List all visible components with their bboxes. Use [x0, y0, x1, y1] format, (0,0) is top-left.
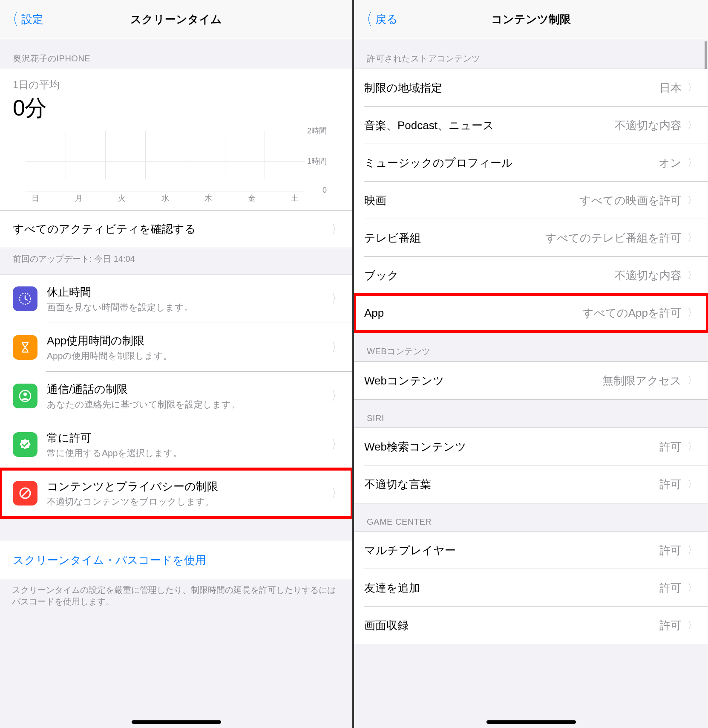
passcode-footer-note: スクリーンタイムの設定を厳重に管理したり、制限時間の延長を許可したりするにはパス… [0, 579, 352, 616]
chevron-right-icon: 〉 [688, 117, 696, 133]
region-row[interactable]: 制限の地域指定 日本 〉 [354, 69, 708, 107]
always-allowed-sub: 常に使用するAppを選択します。 [47, 447, 330, 459]
chevron-right-icon: 〉 [688, 80, 696, 96]
siri-list: Web検索コンテンツ 許可 〉 不適切な言葉 許可 〉 [354, 428, 708, 503]
chevron-right-icon: 〉 [688, 192, 696, 208]
screen-time-pane: 〈 設定 スクリーンタイム 奥沢花子のIPHONE 1日の平均 0分 2時 [0, 0, 354, 728]
web-content-list: Webコンテンツ 無制限アクセス 〉 [354, 361, 708, 400]
use-passcode-label: スクリーンタイム・パスコードを使用 [13, 553, 206, 568]
chevron-right-icon: 〉 [332, 436, 340, 453]
chevron-right-icon: 〉 [332, 339, 340, 355]
content-privacy-title: コンテンツとプライバシーの制限 [47, 479, 330, 494]
downtime-title: 休止時間 [47, 285, 330, 300]
chevron-right-icon: 〉 [688, 439, 696, 455]
navbar-left: 〈 設定 スクリーンタイム [0, 0, 352, 39]
content-privacy-sub: 不適切なコンテンツをブロックします。 [47, 496, 330, 508]
content-restrictions-pane: 〈 戻る コンテンツ制限 許可されたストアコンテンツ 制限の地域指定 日本 〉 … [354, 0, 708, 728]
chart-ylabel-0: 0 [322, 186, 327, 195]
movies-row[interactable]: 映画 すべての映画を許可 〉 [354, 182, 708, 219]
section-header-gamecenter: GAME CENTER [354, 503, 708, 531]
see-all-activity-row[interactable]: すべてのアクティビティを確認する 〉 [0, 210, 352, 248]
passcode-list: スクリーンタイム・パスコードを使用 [0, 541, 352, 579]
chevron-right-icon: 〉 [332, 388, 340, 404]
chevron-left-icon: 〈 [7, 9, 18, 30]
contact-icon [13, 384, 37, 408]
chevron-right-icon: 〉 [688, 305, 696, 321]
chevron-right-icon: 〉 [688, 580, 696, 596]
always-allowed-row[interactable]: 常に許可 常に使用するAppを選択します。 〉 [0, 420, 352, 469]
tv-shows-row[interactable]: テレビ番組 すべてのテレビ番組を許可 〉 [354, 219, 708, 257]
back-button[interactable]: 〈 設定 [4, 9, 43, 30]
siri-explicit-language-row[interactable]: 不適切な言葉 許可 〉 [354, 465, 708, 503]
screen-recording-row[interactable]: 画面収録 許可 〉 [354, 607, 708, 644]
last-update-note: 前回のアップデート: 今日 14:04 [0, 248, 352, 274]
downtime-icon [13, 286, 37, 311]
navbar-right: 〈 戻る コンテンツ制限 [354, 0, 708, 39]
chart-ylabel-1h: 1時間 [307, 156, 327, 166]
chart-day-labels: 日 月 火 水 木 金 土 [26, 191, 305, 203]
chevron-right-icon: 〉 [332, 221, 340, 237]
gamecenter-list: マルチプレイヤー 許可 〉 友達を追加 許可 〉 画面収録 許可 〉 [354, 531, 708, 644]
chevron-right-icon: 〉 [688, 155, 696, 171]
section-header-store: 許可されたストアコンテンツ [354, 39, 708, 69]
chevron-right-icon: 〉 [688, 476, 696, 492]
app-limits-sub: Appの使用時間を制限します。 [47, 350, 330, 362]
chevron-right-icon: 〉 [688, 230, 696, 246]
device-header: 奥沢花子のIPHONE [0, 39, 352, 69]
chevron-right-icon: 〉 [688, 267, 696, 283]
chevron-right-icon: 〉 [688, 542, 696, 558]
chevron-right-icon: 〉 [688, 617, 696, 633]
music-podcast-news-row[interactable]: 音楽、Podcast、ニュース 不適切な内容 〉 [354, 107, 708, 144]
back-button[interactable]: 〈 戻る [358, 9, 398, 30]
app-limits-title: App使用時間の制限 [47, 333, 330, 348]
store-content-list: 制限の地域指定 日本 〉 音楽、Podcast、ニュース 不適切な内容 〉 ミュ… [354, 69, 708, 332]
communication-limits-sub: あなたの連絡先に基づいて制限を設定します。 [47, 399, 330, 410]
daily-average-label: 1日の平均 [13, 78, 340, 92]
options-list: 休止時間 画面を見ない時間帯を設定します。 〉 App使用時間の制限 Appの使… [0, 274, 352, 518]
hourglass-icon [13, 335, 37, 360]
multiplayer-row[interactable]: マルチプレイヤー 許可 〉 [354, 532, 708, 569]
communication-limits-row[interactable]: 通信/通話の制限 あなたの連絡先に基づいて制限を設定します。 〉 [0, 372, 352, 420]
music-profile-row[interactable]: ミュージックのプロフィール オン 〉 [354, 144, 708, 182]
see-all-activity-label: すべてのアクティビティを確認する [13, 222, 330, 237]
weekly-usage-chart: 2時間 1時間 0 日 月 火 水 木 金 土 [26, 131, 327, 203]
always-allowed-title: 常に許可 [47, 430, 330, 445]
web-content-row[interactable]: Webコンテンツ 無制限アクセス 〉 [354, 362, 708, 399]
app-limits-row[interactable]: App使用時間の制限 Appの使用時間を制限します。 〉 [0, 323, 352, 372]
daily-average-value: 0分 [13, 93, 340, 123]
books-row[interactable]: ブック 不適切な内容 〉 [354, 257, 708, 294]
use-passcode-button[interactable]: スクリーンタイム・パスコードを使用 [0, 541, 352, 579]
check-icon [13, 432, 37, 457]
chevron-left-icon: 〈 [361, 9, 372, 30]
back-label: 戻る [375, 12, 398, 27]
add-friends-row[interactable]: 友達を追加 許可 〉 [354, 569, 708, 607]
chevron-right-icon: 〉 [332, 485, 340, 501]
downtime-sub: 画面を見ない時間帯を設定します。 [47, 301, 330, 313]
siri-web-search-row[interactable]: Web検索コンテンツ 許可 〉 [354, 428, 708, 465]
svg-line-4 [22, 490, 29, 497]
apps-row[interactable]: App すべてのAppを許可 〉 [354, 294, 708, 332]
home-indicator[interactable] [132, 720, 221, 724]
back-label: 設定 [21, 12, 43, 27]
chevron-right-icon: 〉 [688, 373, 696, 389]
chevron-right-icon: 〉 [332, 291, 340, 307]
section-header-web: WEBコンテンツ [354, 332, 708, 361]
section-header-siri: SIRI [354, 400, 708, 428]
usage-summary: 1日の平均 0分 2時間 1時間 0 日 月 [0, 69, 352, 248]
page-title: コンテンツ制限 [491, 12, 571, 27]
home-indicator[interactable] [486, 720, 576, 724]
downtime-row[interactable]: 休止時間 画面を見ない時間帯を設定します。 〉 [0, 274, 352, 323]
svg-point-2 [23, 393, 27, 396]
chart-ylabel-2h: 2時間 [307, 126, 327, 136]
restrict-icon [13, 481, 37, 506]
communication-limits-title: 通信/通話の制限 [47, 382, 330, 397]
page-title: スクリーンタイム [130, 12, 222, 27]
content-privacy-row[interactable]: コンテンツとプライバシーの制限 不適切なコンテンツをブロックします。 〉 [0, 469, 352, 517]
